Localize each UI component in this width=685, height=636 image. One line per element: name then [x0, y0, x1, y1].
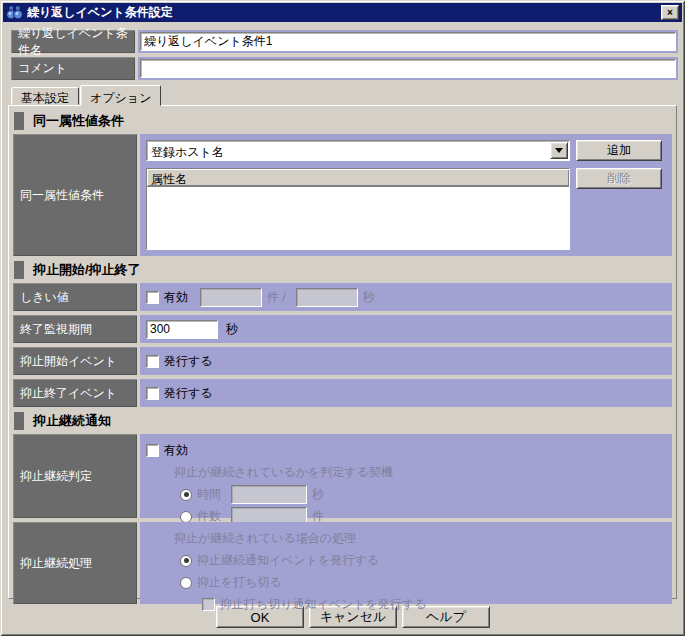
binoculars-icon: [6, 5, 23, 20]
condition-name-input[interactable]: [140, 32, 676, 51]
condition-name-row: 繰り返しイベント条件名: [11, 30, 678, 53]
suppress-end-event-row: 抑止終了イベント 発行する: [13, 379, 672, 407]
suppress-end-event-check-label: 発行する: [164, 385, 213, 402]
options-tab-panel: 同一属性値条件 同一属性値条件 登録ホスト名 属性名: [8, 105, 677, 599]
continuation-judge-row: 抑止継続判定 有効 抑止が継続されているかを判定する契機 時間 秒 件数: [13, 434, 672, 518]
combobox-value: 登録ホスト名: [147, 141, 549, 160]
repeated-event-condition-dialog: 繰り返しイベント条件設定 × 繰り返しイベント条件名 コメント 基本設定 オプシ…: [0, 0, 685, 636]
judge-time-unit: 秒: [312, 486, 324, 503]
tab-options[interactable]: オプション: [80, 85, 161, 106]
tab-strip: 基本設定 オプション: [11, 84, 682, 105]
condition-name-label: 繰り返しイベント条件名: [11, 30, 135, 53]
stop-notify-checkbox: [202, 598, 215, 611]
attribute-combobox[interactable]: 登録ホスト名: [146, 140, 570, 161]
suppress-start-event-check-label: 発行する: [164, 353, 213, 370]
suppress-start-event-row: 抑止開始イベント 発行する: [13, 347, 672, 375]
section-title: 抑止継続通知: [33, 412, 111, 430]
attribute-list[interactable]: 属性名: [146, 168, 570, 250]
attribute-list-body[interactable]: [147, 187, 569, 249]
section-suppress-header: 抑止開始/抑止終了: [14, 260, 672, 280]
top-fields: 繰り返しイベント条件名 コメント: [3, 22, 682, 80]
same-attr-row: 同一属性値条件 登録ホスト名 属性名 追加: [13, 134, 672, 256]
comment-row: コメント: [11, 57, 678, 80]
add-button[interactable]: 追加: [576, 140, 662, 161]
delete-button: 削除: [576, 168, 662, 189]
continuation-judge-desc: 抑止が継続されているかを判定する契機: [174, 462, 666, 483]
suppress-start-event-checkbox[interactable]: [146, 355, 159, 368]
title-bar[interactable]: 繰り返しイベント条件設定 ×: [3, 3, 682, 22]
monitor-period-row: 終了監視期間 秒: [13, 315, 672, 343]
process-stop-label: 抑止を打ち切る: [197, 574, 282, 591]
threshold-count-input: [200, 288, 262, 307]
continuation-judge-enable-label: 有効: [164, 442, 188, 459]
judge-time-radio: [180, 489, 192, 501]
continuation-process-row: 抑止継続処理 抑止が継続されている場合の処理 抑止継続通知イベントを発行する 抑…: [13, 522, 672, 604]
same-attr-label: 同一属性値条件: [13, 134, 137, 256]
comment-input[interactable]: [140, 59, 676, 78]
tab-basic-settings[interactable]: 基本設定: [11, 87, 79, 105]
section-title: 同一属性値条件: [33, 112, 124, 130]
threshold-enable-checkbox[interactable]: [146, 291, 159, 304]
judge-count-radio: [180, 511, 192, 523]
section-marker: [14, 412, 24, 430]
window-title: 繰り返しイベント条件設定: [27, 4, 661, 21]
process-stop-radio: [180, 577, 192, 589]
section-continuation-header: 抑止継続通知: [14, 411, 672, 431]
threshold-enable-label: 有効: [164, 289, 188, 306]
threshold-unit-end: 秒: [363, 289, 375, 306]
continuation-process-desc: 抑止が継続されている場合の処理: [174, 528, 666, 549]
threshold-unit-mid: 件 /: [267, 289, 286, 306]
threshold-row: しきい値 有効 件 / 秒: [13, 283, 672, 311]
suppress-end-event-checkbox[interactable]: [146, 387, 159, 400]
monitor-period-label: 終了監視期間: [13, 315, 137, 343]
comment-label: コメント: [11, 57, 135, 80]
stop-notify-label: 抑止打ち切り通知イベントを発行する: [220, 596, 427, 613]
process-notify-label: 抑止継続通知イベントを発行する: [197, 552, 379, 569]
suppress-start-event-label: 抑止開始イベント: [13, 347, 137, 375]
continuation-judge-enable-checkbox[interactable]: [146, 444, 159, 457]
continuation-process-label: 抑止継続処理: [13, 522, 137, 604]
close-icon: ×: [667, 8, 673, 18]
section-marker: [14, 112, 24, 130]
close-button[interactable]: ×: [661, 5, 679, 20]
monitor-period-input[interactable]: [146, 320, 218, 339]
suppress-end-event-label: 抑止終了イベント: [13, 379, 137, 407]
threshold-seconds-input: [296, 288, 358, 307]
judge-time-input: [231, 485, 307, 504]
continuation-judge-label: 抑止継続判定: [13, 434, 137, 518]
monitor-period-unit: 秒: [226, 321, 238, 338]
threshold-label: しきい値: [13, 283, 137, 311]
section-title: 抑止開始/抑止終了: [33, 261, 141, 279]
process-notify-radio: [180, 555, 192, 567]
chevron-down-icon: [555, 148, 563, 153]
section-marker: [14, 261, 24, 279]
attribute-list-header: 属性名: [147, 169, 569, 187]
combobox-dropdown-button[interactable]: [550, 142, 568, 159]
section-same-attr-header: 同一属性値条件: [14, 111, 672, 131]
judge-time-label: 時間: [197, 486, 221, 503]
